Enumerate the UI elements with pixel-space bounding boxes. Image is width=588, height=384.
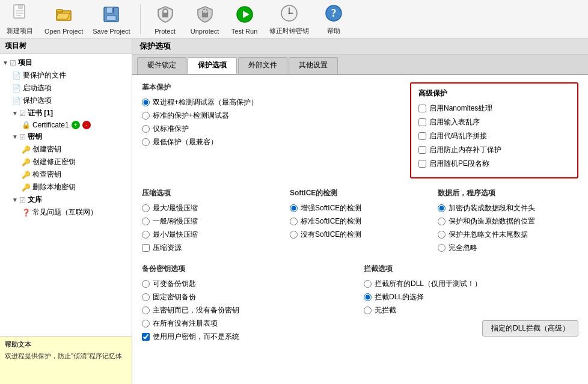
cert1-label: Certificate1 [32,121,69,129]
nanomites-row: 启用Nanomites处理 [418,103,570,114]
help-button[interactable]: ? 帮助 [319,2,349,35]
add-fake-data-radio[interactable] [438,204,446,212]
sidebar-item-check-key[interactable]: 🔑 检查密钥 [0,168,132,181]
startup-icon: 📄 [12,84,21,93]
sidebar-item-create-key[interactable]: 🔑 创建密钥 [0,143,132,156]
no-reg-table-radio[interactable] [142,320,150,328]
sidebar-item-protection-options[interactable]: 📄 保护选项 [0,94,132,107]
standard-detect-radio[interactable] [142,112,150,120]
svg-rect-7 [57,10,63,12]
check-key-label: 检查密钥 [32,169,61,180]
min-compat-radio[interactable] [142,138,150,146]
input-table-checkbox[interactable] [418,118,426,126]
standard-only-radio[interactable] [142,125,150,133]
softice-standard-radio[interactable] [290,218,298,225]
create-mod-key-icon: 🔑 [22,158,31,166]
tab-external-files[interactable]: 外部文件 [238,57,287,74]
standard-detect-row: 标准的保护+检测调试器 [142,111,400,121]
nanomites-checkbox[interactable] [418,105,426,112]
master-key-only-label: 主密钥而已，没有备份密钥 [153,305,239,315]
sidebar-item-startup[interactable]: 📄 启动选项 [0,82,132,94]
use-user-key-label: 使用用户密钥，而不是系统 [153,332,239,342]
svg-rect-2 [19,5,22,8]
dll-intercept-button[interactable]: 指定的DLL拦截（高级） [482,320,578,337]
fix-clock-key-icon [278,2,300,24]
sidebar-item-delete-key[interactable]: 🔑 删除本地密钥 [0,181,132,194]
softice-enhanced-radio[interactable] [290,204,298,212]
protect-label: Protect [155,28,176,35]
fixed-backup-label: 固定密钥备份 [153,292,196,302]
ignore-file-tail-label: 保护并忽略文件末尾数据 [449,230,528,240]
ignore-file-tail-radio[interactable] [438,231,446,239]
min-compat-row: 最低保护（最兼容） [142,137,400,147]
open-project-label: Open Project [44,28,83,35]
create-key-icon: 🔑 [22,145,31,154]
faq-label: 常见问题（互联网） [32,207,97,218]
max-slow-radio[interactable] [142,204,150,212]
test-run-button[interactable]: Test Run [230,4,260,35]
open-project-button[interactable]: Open Project [44,4,83,35]
lib-icon: ☑ [19,196,26,204]
create-key-label: 创建密钥 [32,144,61,154]
variable-backup-row: 可变备份钥匙 [142,279,357,289]
intercept-all-radio[interactable] [364,280,372,288]
master-key-only-radio[interactable] [142,306,150,314]
dual-process-radio[interactable] [142,99,150,106]
create-mod-key-label: 创建修正密钥 [32,157,76,167]
advanced-protection-box: 高级保护 启用Nanomites处理 启用输入表乱序 启用代码乱序拼接 [410,82,578,178]
project-arrow: ▼ [2,59,8,66]
prot-options-label: 保护选项 [23,96,52,106]
random-pe-checkbox[interactable] [418,160,426,168]
tab-protection-options[interactable]: 保护选项 [188,57,237,74]
code-disorder-checkbox[interactable] [418,132,426,140]
sidebar-item-project[interactable]: ▼ ☑ 项目 [0,56,132,69]
help-panel-title: 帮助文本 [5,340,127,349]
no-intercept-radio[interactable] [364,306,372,314]
content-area: 保护选项 硬件锁定 保护选项 外部文件 其他设置 高级保护 启用Nanomite… [132,38,588,384]
save-project-icon [100,4,122,25]
master-key-only-row: 主密钥而已，没有备份密钥 [142,305,357,315]
ignore-all-radio[interactable] [438,244,446,252]
lib-label: 文库 [28,195,42,205]
sidebar-item-faq[interactable]: ❓ 常见问题（互联网） [0,206,132,219]
variable-backup-radio[interactable] [142,280,150,288]
project-label: 项目 [18,58,32,68]
code-disorder-row: 启用代码乱序拼接 [418,131,570,141]
save-project-button[interactable]: Save Project [93,4,130,35]
fix-clock-key-button[interactable]: 修正时钟密钥 [269,2,309,35]
test-run-label: Test Run [231,28,257,35]
add-fake-data-row: 加密伪装成数据段和文件头 [438,203,578,213]
preserve-source-radio[interactable] [438,218,446,225]
use-user-key-checkbox[interactable] [142,333,150,341]
min-fast-radio[interactable] [142,231,150,239]
normal-slow-radio[interactable] [142,218,150,225]
softice-none-label: 没有SoftICE的检测 [301,230,361,240]
sidebar-item-keys[interactable]: ▼ ☑ 密钥 [0,130,132,143]
intercept-section: 拦截选项 拦截所有的DLL（仅用于测试！） 拦截DLL的选择 无拦截 指 [364,264,578,337]
backup-key-title: 备份密钥选项 [142,264,357,274]
softice-none-radio[interactable] [290,231,298,239]
sidebar-item-create-mod-key[interactable]: 🔑 创建修正密钥 [0,156,132,168]
fixed-backup-radio[interactable] [142,293,150,301]
compression-section: 压缩选项 最大/最慢压缩 一般/稍慢压缩 最小/最快压缩 [142,188,283,257]
unprotect-icon [194,4,216,25]
lib-arrow: ▼ [12,197,18,203]
help-panel-content: 双进程提供保护，防止"侦消"程序记忆体 [5,352,127,361]
protect-button[interactable]: Protect [150,4,180,35]
intercept-selected-radio[interactable] [364,293,372,301]
sidebar-item-files[interactable]: 📄 要保护的文件 [0,69,132,82]
sidebar-item-cert1[interactable]: 🔒 Certificate1 + - [0,120,132,130]
faq-icon: ❓ [22,209,31,217]
compress-res-checkbox[interactable] [142,244,150,252]
new-project-button[interactable]: 新建项目 [5,2,35,35]
tab-other-settings[interactable]: 其他设置 [289,57,338,74]
sidebar-item-certificates[interactable]: ▼ ☑ 证书 [1] [0,107,132,120]
files-label: 要保护的文件 [23,70,66,81]
sidebar-item-library[interactable]: ▼ ☑ 文库 [0,194,132,206]
unprotect-button[interactable]: Unprotect [190,4,220,35]
delete-key-icon: 🔑 [22,183,31,192]
memory-patch-checkbox[interactable] [418,146,426,154]
tab-hardware-lock[interactable]: 硬件锁定 [137,57,186,74]
lower-grid2: 备份密钥选项 可变备份钥匙 固定密钥备份 主密钥而已，没有备份密钥 [142,264,578,346]
intercept-selected-label: 拦截DLL的选择 [375,292,424,302]
